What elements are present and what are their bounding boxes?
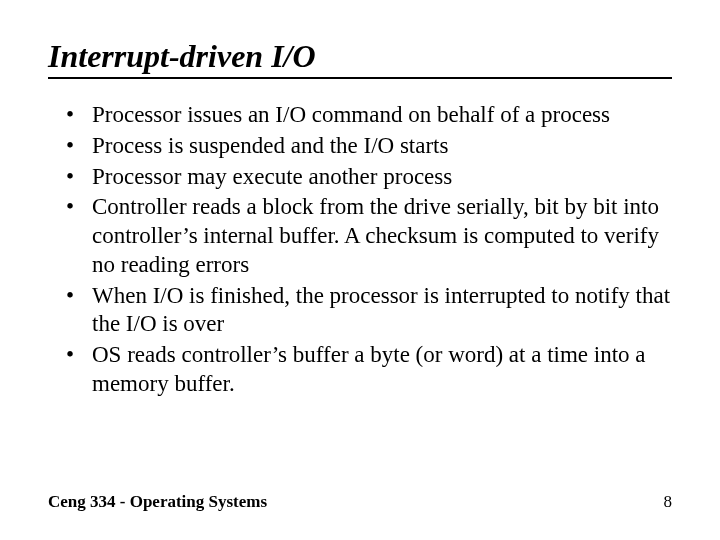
list-item: Controller reads a block from the drive … [72, 193, 672, 279]
list-item: Processor issues an I/O command on behal… [72, 101, 672, 130]
list-item: When I/O is finished, the processor is i… [72, 282, 672, 340]
course-label: Ceng 334 - Operating Systems [48, 492, 267, 512]
list-item: Process is suspended and the I/O starts [72, 132, 672, 161]
slide-title: Interrupt-driven I/O [48, 38, 672, 79]
bullet-list: Processor issues an I/O command on behal… [48, 101, 672, 399]
page-number: 8 [664, 492, 673, 512]
list-item: Processor may execute another process [72, 163, 672, 192]
list-item: OS reads controller’s buffer a byte (or … [72, 341, 672, 399]
slide-footer: Ceng 334 - Operating Systems 8 [48, 492, 672, 512]
